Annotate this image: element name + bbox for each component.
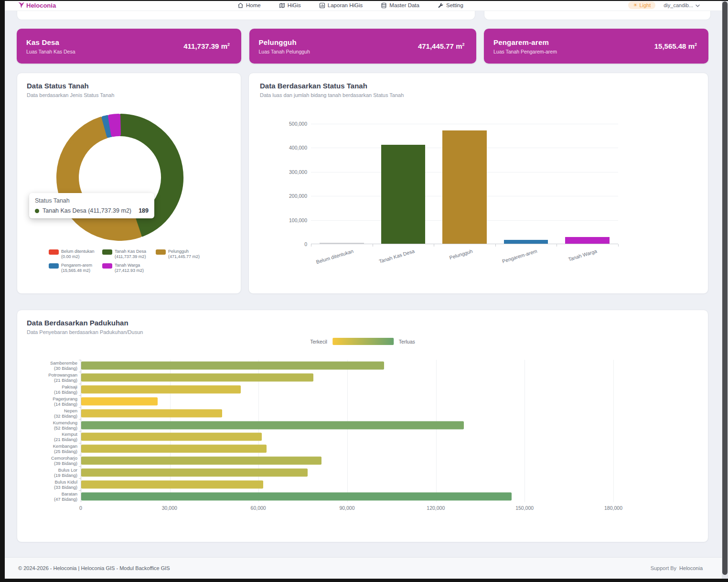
legend-label: Pelungguh(471,445.77 m2)	[168, 249, 200, 259]
bar-kemput[interactable]	[81, 433, 262, 441]
y-axis-label: 500,000	[289, 121, 307, 127]
y-axis-label: 300,000	[289, 169, 307, 175]
x-axis-tick	[434, 244, 434, 247]
user-menu[interactable]: diy_candib...	[664, 2, 700, 8]
bar-pelungguh[interactable]	[442, 130, 487, 244]
theme-toggle[interactable]: ☀ Light	[628, 1, 655, 9]
top-card-stub-right	[484, 11, 711, 20]
legend-item-belum-ditentukan[interactable]: Belum ditentukan(0.00 m2)	[49, 249, 102, 259]
padukuhan-chart-x-axis: 030,00060,00090,000120,000150,000180,000	[81, 505, 613, 512]
username: diy_candib...	[664, 2, 693, 8]
heloconia-logo-icon	[18, 1, 24, 10]
stat-subtitle: Luas Tanah Kas Desa	[26, 49, 75, 54]
bar-cemoroharjo[interactable]	[81, 457, 321, 465]
legend-swatch	[156, 249, 166, 255]
nav-item-setting[interactable]: Setting	[438, 2, 463, 9]
scrollbar-track[interactable]	[722, 0, 728, 579]
y-axis-label: 100,000	[289, 217, 307, 223]
scrollbar-thumb[interactable]	[722, 1, 728, 575]
legend-swatch	[102, 263, 112, 269]
bar-kumendung[interactable]	[81, 421, 464, 429]
brand[interactable]: Heloconia	[18, 1, 56, 10]
category-label-nepen: Nepen(32 Bidang)	[14, 408, 77, 419]
category-label-samberembe: Samberembe(30 Bidang)	[14, 360, 77, 371]
copyright-text: © 2024-2026 - Heloconia | Heloconia GIS …	[18, 565, 170, 571]
y-axis-tick	[79, 372, 81, 372]
x-axis-label: Pengarem-arem	[502, 248, 538, 264]
y-axis-tick	[79, 419, 81, 420]
donut-chart-card: Data Status Tanah Data berdasarkan Jenis…	[17, 73, 241, 294]
category-label-bulus-kidul: Bulus Kidul(33 Bidang)	[14, 479, 77, 490]
category-label-potrowangsan: Potrowangsan(21 Bidang)	[14, 372, 77, 383]
gradient-legend: Terkecil Terluas	[310, 338, 415, 345]
map-icon	[279, 2, 285, 9]
legend-item-pengarem-arem[interactable]: Pengarem-arem(15,565.48 m2)	[49, 263, 102, 273]
donut-segment-tanah-warga[interactable]	[110, 116, 119, 135]
x-axis-label: Tanah Kas Desa	[378, 248, 415, 264]
nav-item-home[interactable]: Home	[237, 2, 261, 9]
x-axis-label: 0	[79, 505, 82, 511]
nav-item-laporan-higis[interactable]: Laporan HiGis	[319, 2, 363, 9]
gradient-legend-max: Terluas	[399, 339, 415, 345]
chart-row: Kembangan(25 Bidang)	[81, 443, 613, 455]
bar-belum-ditentukan[interactable]	[320, 243, 364, 244]
donut-card-subtitle: Data berdasarkan Jenis Status Tanah	[27, 92, 231, 98]
y-axis-tick	[79, 455, 81, 455]
footer: © 2024-2026 - Heloconia | Heloconia GIS …	[5, 557, 722, 579]
x-axis-label: Tanah Warga	[567, 248, 598, 262]
bar-potrowangsan[interactable]	[81, 374, 313, 382]
y-axis-tick	[79, 384, 81, 384]
category-label-bulus-lor: Bulus Lor(19 Bidang)	[14, 467, 77, 478]
bar-pengarem-arem[interactable]	[504, 240, 548, 244]
bar-nepen[interactable]	[81, 409, 222, 417]
legend-item-tanah-kas-desa[interactable]: Tanah Kas Desa(411,737.39 m2)	[102, 249, 156, 259]
window-edge-top	[0, 0, 728, 1]
chevron-down-icon	[696, 2, 700, 8]
bar-bulus-kidul[interactable]	[81, 480, 263, 488]
nav-item-master-data[interactable]: Master Data	[381, 2, 419, 9]
x-axis-label: 60,000	[251, 505, 266, 511]
legend-item-pelungguh[interactable]: Pelungguh(471,445.77 m2)	[156, 249, 209, 259]
y-axis-tick	[79, 360, 81, 360]
window-edge-left	[0, 0, 5, 582]
chart-row: Pakisaji(16 Bidang)	[81, 384, 613, 396]
bar-tanah-warga[interactable]	[565, 237, 610, 244]
x-axis-tick	[618, 244, 619, 247]
padukuhan-card-subtitle: Data Penyebaran berdasarkan Padukuhan/Du…	[27, 329, 698, 335]
legend-item-tanah-warga[interactable]: Tanah Warga(27,412.93 m2)	[102, 263, 156, 273]
bar-slot	[311, 124, 373, 244]
gradient-legend-min: Terkecil	[310, 339, 327, 345]
bar-pagerjurang[interactable]	[81, 397, 158, 405]
tooltip-label: Tanah Kas Desa (411,737.39 m2)	[43, 207, 131, 214]
stat-title: Pengarem-arem	[493, 38, 557, 46]
navbar: Heloconia Home HiGis Laporan HiGis Maste…	[5, 0, 722, 11]
chart-tooltip: Status Tanah Tanah Kas Desa (411,737.39 …	[29, 193, 154, 218]
bar-pakisaji[interactable]	[81, 386, 241, 394]
x-axis-label: 150,000	[515, 505, 534, 511]
stat-subtitle: Luas Tanah Pengarem-arem	[493, 49, 557, 54]
chart-row: Cemoroharjo(39 Bidang)	[81, 455, 613, 467]
tooltip-series-dot	[35, 209, 39, 213]
bar-samberembe[interactable]	[81, 362, 384, 370]
y-axis-tick	[79, 443, 81, 443]
x-axis-label: Belum ditentukan	[315, 248, 354, 265]
category-label-baratan: Baratan(47 Bidang)	[14, 491, 77, 502]
home-icon	[237, 2, 244, 9]
support-brand[interactable]: Heloconia	[679, 565, 703, 571]
y-axis-tick	[79, 478, 81, 479]
donut-chart[interactable]	[53, 110, 187, 244]
stat-cards-row: Kas Desa Luas Tanah Kas Desa 411,737.39 …	[17, 29, 708, 64]
legend-label: Tanah Warga(27,412.93 m2)	[115, 263, 144, 273]
bar-bulus-lor[interactable]	[81, 468, 308, 476]
legend-swatch	[49, 249, 59, 255]
bar-tanah-kas-desa[interactable]	[381, 145, 426, 244]
chart-row: Pagerjurang(14 Bidang)	[81, 395, 613, 407]
top-card-stub-left	[17, 11, 475, 20]
chart-row: Nepen(32 Bidang)	[81, 407, 613, 419]
legend-swatch	[49, 263, 59, 269]
y-axis-tick	[79, 407, 81, 408]
x-axis-tick	[495, 244, 496, 247]
bar-kembangan[interactable]	[81, 445, 267, 453]
bar-baratan[interactable]	[81, 492, 512, 500]
nav-item-higis[interactable]: HiGis	[279, 2, 301, 9]
